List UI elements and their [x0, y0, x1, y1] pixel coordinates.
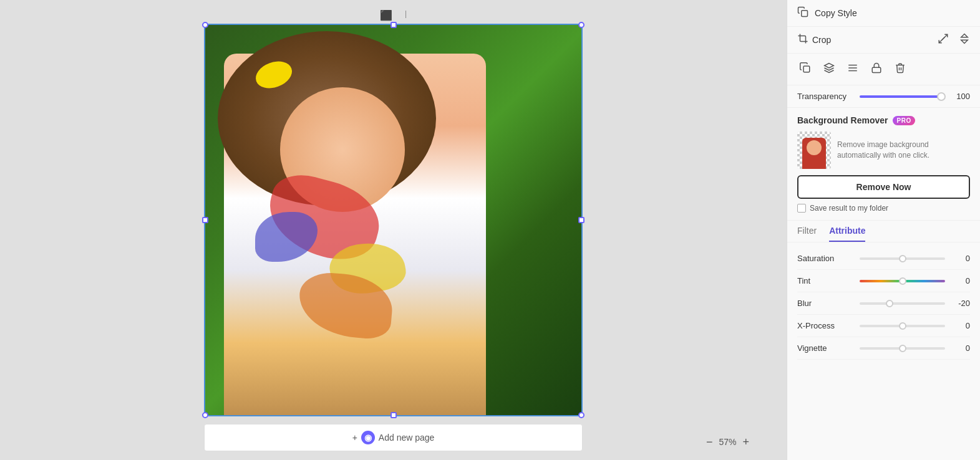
handle-top-left[interactable] [202, 22, 208, 28]
svg-rect-6 [872, 67, 881, 72]
handle-icon-left: ⬛ [380, 9, 392, 21]
zoom-minus-button[interactable]: − [706, 436, 713, 448]
crop-row-right [938, 33, 970, 47]
save-result-row: Save result to my folder [797, 204, 970, 213]
saturation-label: Saturation [797, 254, 853, 263]
bg-description: Remove image background automatically wi… [837, 140, 970, 161]
handle-bottom-center[interactable] [391, 412, 397, 418]
transparency-label: Transparency [797, 92, 853, 101]
bg-remover-content: Remove image background automatically wi… [797, 132, 970, 169]
zoom-control: − 57% + [706, 436, 749, 448]
handle-top-right[interactable] [578, 22, 585, 28]
xprocess-label: X-Process [797, 321, 853, 330]
delete-icon[interactable] [892, 60, 908, 79]
blur-value: -20 [951, 299, 970, 308]
save-result-checkbox[interactable] [797, 204, 806, 213]
copy-style-icon [797, 6, 808, 20]
crop-label: Crop [812, 35, 831, 45]
blur-label: Blur [797, 299, 853, 308]
transparency-row: Transparency 100 [787, 85, 980, 108]
saturation-slider[interactable] [860, 257, 945, 260]
xprocess-value: 0 [951, 321, 970, 330]
remove-now-button[interactable]: Remove Now [797, 175, 970, 199]
tab-filter[interactable]: Filter [797, 226, 817, 242]
add-page-icon: ◉ [361, 431, 375, 444]
blur-slider[interactable] [860, 302, 945, 305]
vignette-slider[interactable] [860, 347, 945, 350]
save-result-label: Save result to my folder [810, 204, 888, 213]
tab-attribute[interactable]: Attribute [829, 226, 865, 242]
right-panel: Copy Style Crop [787, 0, 980, 460]
handle-middle-left[interactable] [202, 217, 208, 223]
handle-bottom-right[interactable] [578, 412, 585, 418]
vignette-value: 0 [951, 343, 970, 353]
duplicate-icon[interactable] [797, 60, 813, 79]
toolbar-row [787, 54, 980, 85]
copy-style-row[interactable]: Copy Style [787, 0, 980, 27]
add-page-plus: + [352, 433, 357, 443]
handle-bottom-left[interactable] [202, 412, 208, 418]
handle-icon-right: | [405, 9, 407, 21]
tint-value: 0 [951, 276, 970, 285]
tint-label: Tint [797, 276, 853, 285]
blur-row: Blur -20 [797, 292, 970, 315]
vignette-label: Vignette [797, 343, 853, 353]
handle-top-center[interactable] [391, 22, 397, 28]
handle-middle-right[interactable] [578, 217, 585, 223]
image-frame[interactable] [204, 24, 583, 416]
add-page-button[interactable]: + ◉ Add new page [204, 424, 583, 451]
zoom-plus-button[interactable]: + [742, 436, 749, 448]
attributes-section: Saturation 0 Tint 0 Blur -20 X-Process [787, 242, 980, 365]
layers-icon[interactable] [821, 60, 837, 79]
saturation-value: 0 [951, 254, 970, 263]
bg-remover-label: Background Remover [797, 115, 888, 125]
lock-icon[interactable] [868, 60, 885, 79]
bg-thumbnail [797, 132, 831, 169]
transparency-slider[interactable] [860, 95, 945, 98]
top-handles: ⬛ | [380, 9, 407, 21]
tint-row: Tint 0 [797, 270, 970, 292]
align-icon[interactable] [845, 60, 861, 79]
svg-marker-2 [825, 64, 834, 69]
crop-icon [797, 33, 808, 47]
flip-horizontal-button[interactable] [938, 33, 949, 47]
vignette-row: Vignette 0 [797, 337, 970, 360]
svg-rect-1 [803, 66, 810, 72]
bg-remover-section: Background Remover PRO Remove image back… [787, 108, 980, 221]
canvas-area: ⬛ | [0, 0, 787, 460]
copy-style-label: Copy Style [815, 8, 857, 18]
canvas-content: ⬛ | [204, 9, 583, 451]
saturation-row: Saturation 0 [797, 247, 970, 270]
pro-badge: PRO [893, 116, 915, 125]
xprocess-row: X-Process 0 [797, 315, 970, 337]
tint-slider[interactable] [860, 280, 945, 282]
zoom-level: 57% [719, 437, 736, 447]
xprocess-slider[interactable] [860, 325, 945, 327]
bg-remover-title: Background Remover PRO [797, 115, 970, 125]
crop-row: Crop [787, 27, 980, 54]
svg-rect-0 [802, 11, 808, 17]
crop-button[interactable]: Crop [797, 33, 831, 47]
flip-vertical-button[interactable] [959, 33, 970, 47]
tabs-row: Filter Attribute [787, 221, 980, 242]
transparency-value: 100 [951, 92, 970, 101]
add-page-label: Add new page [379, 433, 435, 443]
